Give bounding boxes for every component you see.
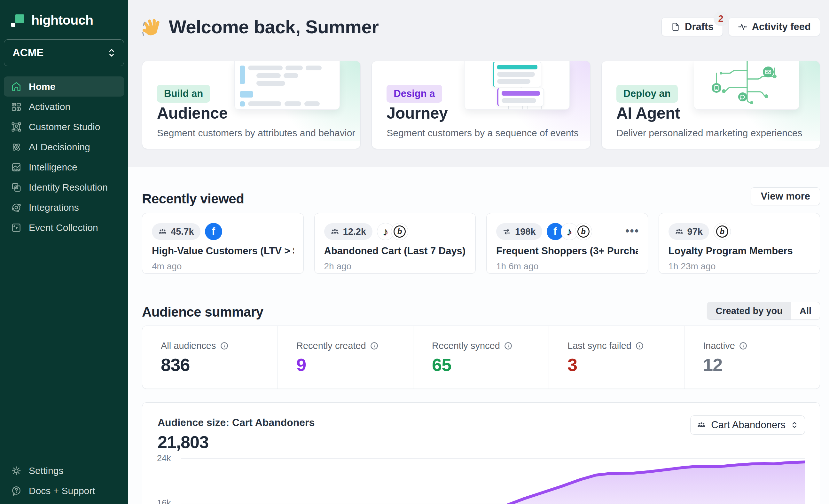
recent-card[interactable]: 12.2k ♪ b Abandoned Cart (Last 7 Days) 2…	[314, 213, 476, 274]
sidebar-footer: Settings Docs + Support	[4, 461, 124, 501]
stat-label: Last sync failed	[568, 340, 632, 351]
sidebar-item-label: Intelligence	[29, 162, 77, 173]
logo-text: hightouch	[31, 13, 93, 28]
destination-chips: b	[714, 223, 731, 240]
audience-selector-dropdown[interactable]: Cart Abandoners	[690, 416, 805, 435]
promo-description: Deliver personalized marketing experienc…	[616, 128, 802, 139]
recent-card[interactable]: 45.7k f High-Value Customers (LTV > $1,0…	[142, 213, 304, 274]
recent-card-title: Abandoned Cart (Last 7 Days)	[324, 245, 466, 257]
stat-value: 65	[432, 354, 549, 375]
chart-title: Audience size: Cart Abandoners	[157, 417, 315, 429]
info-icon[interactable]	[370, 341, 379, 350]
info-icon[interactable]	[504, 341, 512, 350]
audience-filter-toggle: Created by you All	[707, 302, 820, 320]
sidebar-item-settings[interactable]: Settings	[4, 461, 124, 481]
recent-card-meta: 198k f ♪ b	[496, 223, 592, 240]
destination-chips: ♪ b	[377, 223, 408, 240]
sidebar: hightouch ACME Home Activation Customer …	[0, 0, 128, 504]
promo-cards: Build an Audience Segment customers by a…	[142, 61, 820, 149]
sidebar-item-ai-decisioning[interactable]: AI Decisioning	[4, 137, 124, 157]
audience-size-pill: 12.2k	[324, 223, 373, 240]
promo-card-ai-agent[interactable]: Deploy an AI Agent Deliver personalized …	[601, 61, 820, 149]
audience-size-chart-card: Audience size: Cart Abandoners 21,803 Ca…	[142, 402, 820, 504]
stat-value: 3	[568, 354, 684, 375]
event-collection-icon	[11, 222, 22, 233]
audience-size: 198k	[515, 226, 536, 237]
promo-card-audience[interactable]: Build an Audience Segment customers by a…	[142, 61, 361, 149]
selected-audience: Cart Abandoners	[711, 419, 786, 431]
sidebar-item-home[interactable]: Home	[4, 76, 124, 97]
sidebar-item-customer-studio[interactable]: Customer Studio	[4, 117, 124, 137]
audience-illustration	[235, 61, 340, 110]
promo-description: Segment customers by attributes and beha…	[157, 128, 355, 139]
gear-icon	[11, 465, 22, 476]
ai-agent-illustration	[694, 61, 799, 110]
info-icon[interactable]	[220, 341, 228, 350]
stat-label: Recently synced	[432, 340, 500, 351]
audience-stats-panel: All audiences 836 Recently created 9 Rec…	[142, 326, 820, 389]
users-icon	[675, 227, 684, 236]
journey-illustration	[464, 61, 570, 110]
card-menu-button[interactable]: •••	[625, 224, 640, 238]
home-icon	[11, 81, 22, 92]
destination-chips: f ♪ b	[547, 223, 592, 240]
sidebar-item-intelligence[interactable]: Intelligence	[4, 157, 124, 177]
promo-title: Journey	[387, 104, 447, 122]
promo-title: AI Agent	[616, 104, 680, 122]
stat-all-audiences: All audiences 836	[142, 326, 278, 389]
hightouch-logo[interactable]: hightouch	[0, 0, 128, 28]
sidebar-item-identity-resolution[interactable]: Identity Resolution	[4, 177, 124, 197]
toggle-created-by-you[interactable]: Created by you	[707, 302, 791, 320]
recent-card-time: 2h ago	[324, 261, 352, 272]
info-icon[interactable]	[739, 341, 748, 350]
help-icon	[11, 485, 22, 496]
sidebar-item-label: Identity Resolution	[29, 182, 108, 193]
stat-label: Recently created	[296, 340, 366, 351]
activity-feed-label: Activity feed	[752, 21, 811, 33]
recent-card-title: Frequent Shoppers (3+ Purchases L...	[496, 245, 638, 257]
chevron-updown-icon	[107, 47, 116, 58]
ytick-16k: 16k	[157, 498, 171, 504]
promo-badge: Build an	[157, 85, 210, 103]
drafts-button[interactable]: Drafts 2	[661, 17, 723, 36]
sidebar-nav: Home Activation Customer Studio AI Decis…	[0, 76, 128, 238]
audience-summary-heading: Audience summary	[142, 304, 263, 320]
recent-card-title: High-Value Customers (LTV > $1,000)	[152, 245, 294, 257]
audience-size-pill: 198k	[496, 223, 542, 240]
promo-card-journey[interactable]: Design a Journey Segment customers by a …	[371, 61, 590, 149]
recent-card[interactable]: 198k f ♪ b ••• Frequent Shoppers (3+ Pur…	[486, 213, 648, 274]
recent-card-title: Loyalty Program Members	[669, 245, 810, 257]
view-more-button[interactable]: View more	[751, 187, 820, 205]
destination-chips: f	[205, 223, 222, 240]
facebook-icon: f	[205, 223, 222, 240]
info-icon[interactable]	[635, 341, 644, 350]
sidebar-item-label: Docs + Support	[29, 485, 95, 496]
ai-decisioning-icon	[11, 142, 22, 152]
sidebar-item-event-collection[interactable]: Event Collection	[4, 217, 124, 238]
recently-viewed-cards: 45.7k f High-Value Customers (LTV > $1,0…	[142, 213, 820, 274]
ytick-24k: 24k	[157, 454, 171, 463]
customer-studio-icon	[11, 121, 22, 133]
workspace-selector[interactable]: ACME	[4, 39, 124, 66]
users-icon	[331, 227, 339, 236]
recent-card-meta: 97k b	[669, 223, 731, 240]
recent-card[interactable]: 97k b Loyalty Program Members 1h 23m ago	[659, 213, 820, 274]
activation-icon	[11, 101, 22, 112]
promo-badge: Design a	[387, 85, 442, 103]
intelligence-icon	[11, 162, 22, 173]
toggle-all[interactable]: All	[791, 302, 820, 320]
activity-feed-button[interactable]: Activity feed	[729, 17, 820, 36]
stat-label: All audiences	[161, 340, 216, 351]
sidebar-item-docs-support[interactable]: Docs + Support	[4, 481, 124, 501]
pulse-icon	[738, 22, 748, 32]
braze-icon: b	[575, 223, 592, 240]
sidebar-item-activation[interactable]: Activation	[4, 97, 124, 117]
sidebar-item-integrations[interactable]: Integrations	[4, 197, 124, 217]
workspace-name: ACME	[12, 47, 43, 59]
hightouch-logo-icon	[11, 13, 26, 28]
sidebar-item-label: Activation	[29, 101, 70, 112]
recent-card-time: 4m ago	[152, 261, 182, 272]
sidebar-item-label: Settings	[29, 465, 63, 476]
stat-recently-created: Recently created 9	[278, 326, 413, 389]
promo-title: Audience	[157, 104, 228, 122]
